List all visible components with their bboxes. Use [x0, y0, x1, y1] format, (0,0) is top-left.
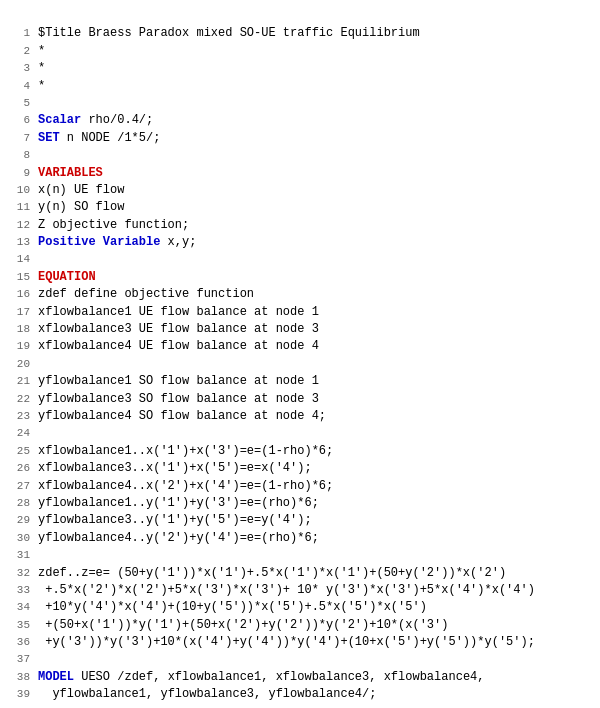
line-content: *	[38, 60, 590, 77]
code-line: 26xflowbalance3..x('1')+x('5')=e=x('4');	[10, 460, 590, 477]
code-line: 29yflowbalance3..y('1')+y('5')=e=y('4');	[10, 512, 590, 529]
line-content: xflowbalance3..x('1')+x('5')=e=x('4');	[38, 460, 590, 477]
code-line: 31	[10, 547, 590, 564]
code-line: 40	[10, 704, 590, 708]
code-line: 22yflowbalance3 SO flow balance at node …	[10, 391, 590, 408]
line-number: 8	[10, 148, 30, 164]
code-line: 4*	[10, 78, 590, 95]
token: xflowbalance3 UE flow balance at node 3	[38, 322, 319, 336]
line-number: 3	[10, 61, 30, 77]
line-number: 11	[10, 200, 30, 216]
line-number: 9	[10, 166, 30, 182]
code-line: 33 +.5*x('2')*x('2')+5*x('3')*x('3')+ 10…	[10, 582, 590, 599]
line-number: 28	[10, 496, 30, 512]
line-content: Scalar rho/0.4/;	[38, 112, 590, 129]
line-content: EQUATION	[38, 269, 590, 286]
token: zdef define objective function	[38, 287, 254, 301]
line-content: y(n) SO flow	[38, 199, 590, 216]
code-line: 12Z objective function;	[10, 217, 590, 234]
code-line: 9VARIABLES	[10, 165, 590, 182]
token: xflowbalance3..x('1')+x('5')=e=x('4');	[38, 461, 312, 475]
token: Scalar	[38, 113, 81, 127]
code-line: 20	[10, 356, 590, 373]
token: Positive Variable	[38, 235, 160, 249]
line-number: 20	[10, 357, 30, 373]
token: rho/0.4/;	[81, 113, 153, 127]
line-number: 15	[10, 270, 30, 286]
line-content: Z objective function;	[38, 217, 590, 234]
code-line: 13Positive Variable x,y;	[10, 234, 590, 251]
line-number: 39	[10, 687, 30, 703]
line-number: 31	[10, 548, 30, 564]
line-content: $Title Braess Paradox mixed SO-UE traffi…	[38, 25, 590, 42]
line-content	[38, 425, 590, 442]
code-line: 34 +10*y('4')*x('4')+(10+y('5'))*x('5')+…	[10, 599, 590, 616]
code-line: 27xflowbalance4..x('2')+x('4')=e=(1-rho)…	[10, 478, 590, 495]
token: yflowbalance3 SO flow balance at node 3	[38, 392, 319, 406]
token: yflowbalance3..y('1')+y('5')=e=y('4');	[38, 513, 312, 527]
code-line: 18xflowbalance3 UE flow balance at node …	[10, 321, 590, 338]
line-number: 33	[10, 583, 30, 599]
code-line: 19xflowbalance4 UE flow balance at node …	[10, 338, 590, 355]
token: +.5*x('2')*x('2')+5*x('3')*x('3')+ 10* y…	[38, 583, 535, 597]
code-line: 8	[10, 147, 590, 164]
token: MODEL	[38, 670, 74, 684]
line-number: 17	[10, 305, 30, 321]
line-number: 38	[10, 670, 30, 686]
line-content: +10*y('4')*x('4')+(10+y('5'))*x('5')+.5*…	[38, 599, 590, 616]
token: *	[38, 44, 45, 58]
code-line: 3*	[10, 60, 590, 77]
token: +y('3'))*y('3')+10*(x('4')+y('4'))*y('4'…	[38, 635, 535, 649]
code-line: 37	[10, 651, 590, 668]
line-number: 37	[10, 652, 30, 668]
token: $Title Braess Paradox mixed SO-UE traffi…	[38, 26, 420, 40]
token: x,y;	[160, 235, 196, 249]
code-line: 32zdef..z=e= (50+y('1'))*x('1')+.5*x('1'…	[10, 565, 590, 582]
code-line: 38MODEL UESO /zdef, xflowbalance1, xflow…	[10, 669, 590, 686]
line-number: 13	[10, 235, 30, 251]
token: n NODE /1*5/;	[60, 131, 161, 145]
line-number: 5	[10, 96, 30, 112]
code-line: 17xflowbalance1 UE flow balance at node …	[10, 304, 590, 321]
line-number: 14	[10, 252, 30, 268]
line-number: 27	[10, 479, 30, 495]
token: yflowbalance1, yflowbalance3, yflowbalan…	[38, 687, 376, 701]
code-line: 15EQUATION	[10, 269, 590, 286]
line-number: 19	[10, 339, 30, 355]
line-content: x(n) UE flow	[38, 182, 590, 199]
code-line: 6Scalar rho/0.4/;	[10, 112, 590, 129]
code-line: 35 +(50+x('1'))*y('1')+(50+x('2')+y('2')…	[10, 617, 590, 634]
token: *	[38, 79, 45, 93]
code-line: 39 yflowbalance1, yflowbalance3, yflowba…	[10, 686, 590, 703]
line-number: 40	[10, 705, 30, 708]
code-line: 16zdef define objective function	[10, 286, 590, 303]
line-content: zdef define objective function	[38, 286, 590, 303]
code-line: 1$Title Braess Paradox mixed SO-UE traff…	[10, 25, 590, 42]
line-number: 16	[10, 287, 30, 303]
line-content: yflowbalance1 SO flow balance at node 1	[38, 373, 590, 390]
line-content	[38, 251, 590, 268]
code-line: 14	[10, 251, 590, 268]
code-line: 21yflowbalance1 SO flow balance at node …	[10, 373, 590, 390]
token: xflowbalance4..x('2')+x('4')=e=(1-rho)*6…	[38, 479, 333, 493]
line-content: xflowbalance1 UE flow balance at node 1	[38, 304, 590, 321]
line-content: MODEL UESO /zdef, xflowbalance1, xflowba…	[38, 669, 590, 686]
line-content	[38, 147, 590, 164]
token: xflowbalance1..x('1')+x('3')=e=(1-rho)*6…	[38, 444, 333, 458]
code-line: 11y(n) SO flow	[10, 199, 590, 216]
line-content: xflowbalance1..x('1')+x('3')=e=(1-rho)*6…	[38, 443, 590, 460]
code-line: 23yflowbalance4 SO flow balance at node …	[10, 408, 590, 425]
token: *	[38, 61, 45, 75]
line-number: 12	[10, 218, 30, 234]
line-number: 26	[10, 461, 30, 477]
line-content	[38, 356, 590, 373]
token: y(n) SO flow	[38, 200, 124, 214]
line-number: 32	[10, 566, 30, 582]
token: yflowbalance4 SO flow balance at node 4;	[38, 409, 326, 423]
line-number: 6	[10, 113, 30, 129]
code-line: 5	[10, 95, 590, 112]
line-number: 30	[10, 531, 30, 547]
code-line: 36 +y('3'))*y('3')+10*(x('4')+y('4'))*y(…	[10, 634, 590, 651]
code-line: 28yflowbalance1..y('1')+y('3')=e=(rho)*6…	[10, 495, 590, 512]
line-number: 23	[10, 409, 30, 425]
